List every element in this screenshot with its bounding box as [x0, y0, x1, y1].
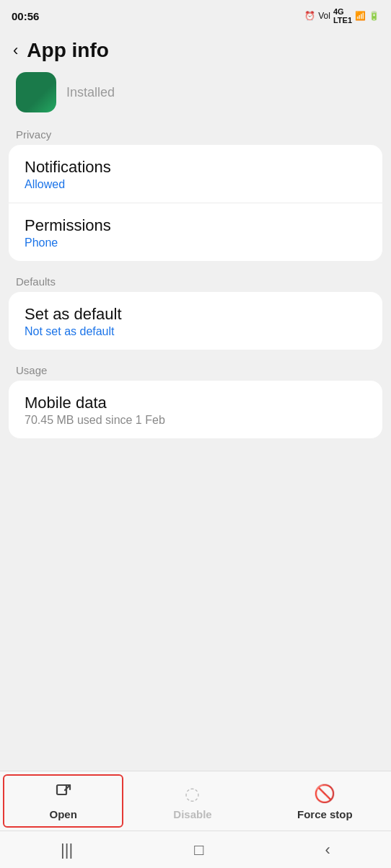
- set-as-default-item[interactable]: Set as default Not set as default: [9, 292, 382, 350]
- usage-card: Mobile data 70.45 MB used since 1 Feb: [9, 381, 382, 438]
- alarm-icon: ⏰: [304, 11, 315, 21]
- home-button[interactable]: □: [194, 841, 203, 859]
- defaults-card: Set as default Not set as default: [9, 292, 382, 350]
- disable-label: Disable: [173, 808, 211, 820]
- status-bar: 00:56 ⏰ Vol 4GLTE1 📶 🔋: [0, 0, 391, 32]
- recent-apps-button[interactable]: |||: [61, 841, 73, 859]
- notifications-title: Notifications: [25, 158, 366, 177]
- disable-button[interactable]: ◌ Disable: [126, 771, 258, 831]
- app-info-header: ‹ App info: [0, 32, 391, 72]
- status-icons: ⏰ Vol 4GLTE1 📶 🔋: [304, 7, 379, 25]
- battery-icon: 🔋: [369, 11, 379, 21]
- open-icon: [55, 783, 72, 805]
- mobile-data-sub: 70.45 MB used since 1 Feb: [25, 414, 366, 427]
- section-label-privacy: Privacy: [0, 123, 391, 145]
- page-title: App info: [27, 39, 109, 62]
- back-button[interactable]: ‹: [13, 41, 18, 60]
- mobile-data-item[interactable]: Mobile data 70.45 MB used since 1 Feb: [9, 381, 382, 438]
- app-install-status: Installed: [66, 85, 115, 100]
- signal-icon: 📶: [355, 11, 366, 21]
- action-bar: Open ◌ Disable 🚫 Force stop: [0, 771, 391, 831]
- section-label-defaults: Defaults: [0, 270, 391, 292]
- nav-bar: ||| □ ‹: [0, 831, 391, 868]
- network-4g-icon: 4GLTE1: [333, 7, 352, 25]
- notifications-item[interactable]: Notifications Allowed: [9, 145, 382, 203]
- open-button-wrapper: Open: [0, 771, 126, 831]
- set-as-default-title: Set as default: [25, 305, 366, 324]
- set-as-default-sub: Not set as default: [25, 325, 366, 338]
- back-nav-button[interactable]: ‹: [325, 841, 330, 859]
- permissions-title: Permissions: [25, 216, 366, 235]
- force-stop-icon: 🚫: [314, 784, 335, 804]
- privacy-card: Notifications Allowed Permissions Phone: [9, 145, 382, 261]
- app-icon-row: Installed: [0, 72, 391, 123]
- force-stop-button[interactable]: 🚫 Force stop: [259, 771, 391, 831]
- force-stop-label: Force stop: [297, 808, 353, 820]
- open-button[interactable]: Open: [3, 774, 123, 828]
- disable-icon: ◌: [185, 784, 200, 804]
- section-label-usage: Usage: [0, 358, 391, 381]
- permissions-sub: Phone: [25, 236, 366, 249]
- app-icon: [16, 72, 56, 112]
- mobile-data-title: Mobile data: [25, 394, 366, 412]
- status-time: 00:56: [12, 10, 39, 22]
- notifications-sub: Allowed: [25, 178, 366, 191]
- vol-icon: Vol: [318, 11, 330, 21]
- open-label: Open: [49, 808, 76, 820]
- permissions-item[interactable]: Permissions Phone: [9, 203, 382, 261]
